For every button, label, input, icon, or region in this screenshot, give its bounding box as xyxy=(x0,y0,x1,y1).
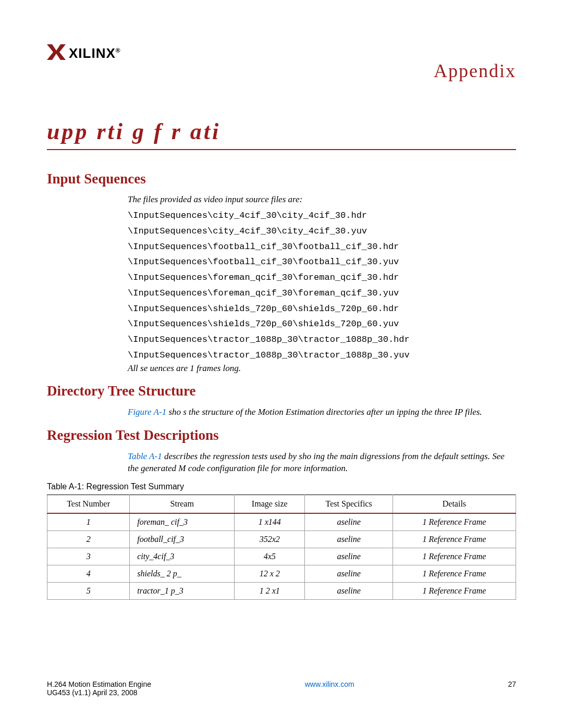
table-row: 3 city_4cif_3 4x5 aseline 1 Reference Fr… xyxy=(47,548,516,565)
file-path: \InputSequences\foreman_qcif_30\foreman_… xyxy=(128,270,516,286)
table-header-row: Test Number Stream Image size Test Speci… xyxy=(47,495,516,514)
input-intro: The files provided as video input source… xyxy=(128,194,516,205)
table-reference-link[interactable]: Table A-1 xyxy=(128,451,162,461)
file-path: \InputSequences\shields_720p_60\shields_… xyxy=(128,301,516,317)
file-path: \InputSequences\tractor_1088p_30\tractor… xyxy=(128,348,516,363)
page-header: XILINX® Appendix xyxy=(47,44,516,82)
page-footer: H.264 Motion Estimation Engine UG453 (v1… xyxy=(47,680,516,697)
xilinx-logo: XILINX® xyxy=(47,44,121,62)
appendix-label: Appendix xyxy=(434,60,516,82)
file-path: \InputSequences\shields_720p_60\shields_… xyxy=(128,316,516,332)
directory-para: Figure A-1 sho s the structure of the Mo… xyxy=(128,406,516,418)
figure-reference-link[interactable]: Figure A-1 xyxy=(128,407,166,417)
logo-text: XILINX® xyxy=(69,45,121,61)
footer-url-link[interactable]: www.xilinx.com xyxy=(305,680,354,688)
file-path: \InputSequences\foreman_qcif_30\foreman_… xyxy=(128,286,516,301)
regression-table: Test Number Stream Image size Test Speci… xyxy=(47,495,516,600)
col-test-number: Test Number xyxy=(47,495,130,514)
file-path: \InputSequences\football_cif_30\football… xyxy=(128,239,516,255)
input-sequences-body: The files provided as video input source… xyxy=(128,194,516,374)
table-row: 4 shields_ 2 p_ 12 x 2 aseline 1 Referen… xyxy=(47,565,516,583)
table-row: 1 foreman_ cif_3 1 x144 aseline 1 Refere… xyxy=(47,513,516,531)
xilinx-logo-icon xyxy=(47,44,66,62)
directory-tree-body: Figure A-1 sho s the structure of the Mo… xyxy=(128,406,516,418)
regression-para: Table A-1 describes the regression tests… xyxy=(128,451,516,475)
table-caption: Table A-1: Regression Test Summary xyxy=(47,482,516,491)
input-outro: All se uences are 1 frames long. xyxy=(128,363,516,374)
col-details: Details xyxy=(393,495,516,514)
file-path: \InputSequences\city_4cif_30\city_4cif_3… xyxy=(128,224,516,239)
footer-left: H.264 Motion Estimation Engine UG453 (v1… xyxy=(47,680,151,697)
file-path: \InputSequences\tractor_1088p_30\tractor… xyxy=(128,332,516,348)
regression-body: Table A-1 describes the regression tests… xyxy=(128,451,516,475)
col-test-specifics: Test Specifics xyxy=(305,495,393,514)
page-number: 27 xyxy=(508,680,516,688)
section-directory-tree: Directory Tree Structure xyxy=(47,383,516,399)
file-path: \InputSequences\city_4cif_30\city_4cif_3… xyxy=(128,208,516,224)
section-input-sequences: Input Sequences xyxy=(47,171,516,187)
chapter-title: upp rti g f r ati xyxy=(47,118,516,150)
file-path: \InputSequences\football_cif_30\football… xyxy=(128,254,516,270)
col-image-size: Image size xyxy=(235,495,305,514)
section-regression: Regression Test Descriptions xyxy=(47,427,516,443)
table-row: 5 tractor_1 p_3 1 2 x1 aseline 1 Referen… xyxy=(47,583,516,600)
col-stream: Stream xyxy=(130,495,235,514)
table-row: 2 football_cif_3 352x2 aseline 1 Referen… xyxy=(47,531,516,548)
